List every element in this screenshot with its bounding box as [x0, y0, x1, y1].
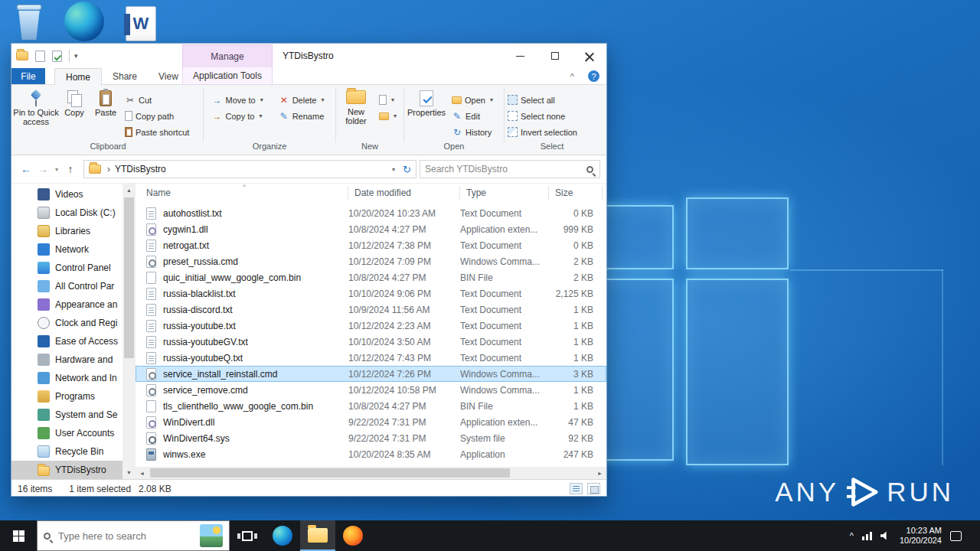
action-center-icon[interactable]: [950, 531, 962, 541]
taskbar-search-input[interactable]: [58, 530, 200, 542]
sidebar-item-libraries[interactable]: Libraries: [11, 222, 122, 240]
large-icons-view-button[interactable]: [587, 483, 600, 494]
sidebar-item-disk[interactable]: Local Disk (C:): [11, 204, 122, 222]
file-row[interactable]: quic_initial_www_google_com.bin10/8/2024…: [136, 269, 606, 285]
sidebar-item-network2[interactable]: Network and In: [11, 369, 122, 387]
sidebar-item-clock[interactable]: Clock and Regi: [11, 314, 122, 332]
sidebar-item-control[interactable]: Control Panel: [11, 259, 122, 277]
sidebar-item-users[interactable]: User Accounts: [11, 424, 122, 442]
qat-new-folder-icon[interactable]: [52, 51, 62, 62]
new-folder-button[interactable]: New folder: [336, 88, 376, 142]
history-button[interactable]: ↻ History: [449, 124, 499, 140]
copy-button[interactable]: Copy: [59, 88, 90, 142]
file-row[interactable]: autohostlist.txt10/20/2024 10:23 AMText …: [136, 205, 606, 221]
details-view-button[interactable]: [570, 483, 583, 494]
scroll-up-icon[interactable]: ▲: [122, 184, 136, 197]
network-icon[interactable]: [862, 531, 872, 540]
sidebar-item-programs[interactable]: Programs: [11, 387, 122, 406]
minimize-button[interactable]: [503, 44, 537, 68]
sidebar-item-appearance[interactable]: Appearance an: [11, 295, 122, 314]
horizontal-scrollbar[interactable]: ◄ ►: [136, 467, 606, 479]
sidebar-item-folder[interactable]: YTDisBystro: [11, 461, 122, 479]
file-row[interactable]: tls_clienthello_www_google_com.bin10/8/2…: [136, 398, 606, 414]
breadcrumb[interactable]: YTDisBystro: [115, 164, 392, 174]
sidebar-item-allcontrol[interactable]: All Control Par: [11, 277, 122, 295]
open-button[interactable]: Open ▾: [449, 92, 499, 108]
select-none-button[interactable]: Select none: [505, 108, 583, 124]
edit-button[interactable]: ✎ Edit: [449, 108, 499, 124]
new-item-button[interactable]: ▾: [376, 92, 403, 108]
paste-shortcut-button[interactable]: Paste shortcut: [122, 124, 195, 140]
back-button[interactable]: ←: [18, 163, 34, 175]
column-header-date-modified[interactable]: Date modified: [348, 186, 460, 200]
file-row[interactable]: netrogat.txt10/12/2024 7:38 PMText Docum…: [136, 237, 606, 253]
tab-file[interactable]: File: [11, 68, 45, 84]
recycle-bin-desktop-icon[interactable]: [15, 5, 43, 40]
file-row[interactable]: russia-youtube.txt10/12/2024 2:23 AMText…: [136, 318, 606, 334]
sidebar-item-system[interactable]: System and Se: [11, 406, 122, 424]
maximize-button[interactable]: [537, 44, 572, 68]
file-row[interactable]: russia-discord.txt10/9/2024 11:56 AMText…: [136, 302, 606, 318]
address-bar[interactable]: › YTDisBystro ▾ ↻: [83, 160, 416, 178]
taskbar-search[interactable]: [37, 520, 230, 551]
up-button[interactable]: ↑: [62, 163, 79, 175]
hidden-icons-chevron-icon[interactable]: ^: [850, 531, 854, 540]
sidebar-item-network[interactable]: Network: [11, 240, 122, 259]
search-box[interactable]: [420, 160, 600, 178]
file-row[interactable]: WinDivert.dll9/22/2024 7:31 PMApplicatio…: [136, 414, 606, 430]
scroll-left-icon[interactable]: ◄: [136, 467, 149, 479]
help-icon[interactable]: ?: [588, 70, 599, 82]
sidebar-item-hardware[interactable]: Hardware and: [11, 350, 122, 369]
scroll-down-icon[interactable]: ▼: [122, 466, 136, 479]
pin-to-quick-access-button[interactable]: Pin to Quick access: [13, 88, 59, 142]
start-button[interactable]: [0, 520, 37, 551]
easy-access-button[interactable]: ▾: [376, 108, 403, 124]
collapse-ribbon-icon[interactable]: ^: [570, 72, 574, 81]
taskbar-clock[interactable]: 10:23 AM 10/20/2024: [900, 526, 942, 546]
sidebar-item-videos[interactable]: Videos: [11, 185, 122, 204]
recent-locations-icon[interactable]: ▾: [51, 166, 62, 173]
delete-button[interactable]: ✕ Delete ▾: [276, 92, 331, 108]
qat-customize-icon[interactable]: ▾: [74, 52, 78, 60]
sidebar-item-access[interactable]: Ease of Access: [11, 332, 122, 350]
invert-selection-button[interactable]: Invert selection: [505, 124, 583, 140]
edge-taskbar-button[interactable]: [265, 520, 300, 551]
volume-icon[interactable]: [880, 531, 891, 540]
qat-properties-icon[interactable]: [35, 51, 45, 62]
task-view-button[interactable]: [230, 520, 265, 551]
file-row[interactable]: cygwin1.dll10/8/2024 4:27 PMApplication …: [136, 221, 606, 237]
file-row[interactable]: WinDivert64.sys9/22/2024 7:31 PMSystem f…: [136, 430, 606, 446]
file-row[interactable]: preset_russia.cmd10/12/2024 7:09 PMWindo…: [136, 253, 606, 269]
forward-button[interactable]: →: [34, 163, 51, 175]
sidebar-scrollbar[interactable]: ▲ ▼: [122, 184, 136, 479]
column-header-type[interactable]: Type: [460, 186, 549, 200]
word-document-desktop-icon[interactable]: W: [126, 6, 156, 41]
close-button[interactable]: [572, 44, 606, 68]
search-input[interactable]: [425, 164, 586, 174]
select-all-button[interactable]: Select all: [505, 92, 583, 108]
file-row[interactable]: service_remove.cmd10/12/2024 10:58 PMWin…: [136, 382, 606, 398]
edge-desktop-icon[interactable]: [64, 2, 104, 41]
column-header-name[interactable]: ^ Name: [146, 186, 348, 200]
tab-share[interactable]: Share: [102, 68, 148, 84]
copy-path-button[interactable]: Copy path: [122, 108, 195, 124]
file-row[interactable]: russia-youtubeGV.txt10/10/2024 3:50 AMTe…: [136, 334, 606, 350]
properties-button[interactable]: Properties: [404, 88, 449, 142]
cut-button[interactable]: ✂ Cut: [122, 92, 195, 108]
file-explorer-taskbar-button[interactable]: [300, 520, 335, 551]
scrollbar-thumb[interactable]: [124, 197, 134, 358]
copy-to-button[interactable]: → Copy to ▾: [209, 108, 270, 124]
scrollbar-thumb[interactable]: [150, 468, 510, 478]
refresh-icon[interactable]: ↻: [403, 164, 411, 175]
file-row[interactable]: russia-blacklist.txt10/10/2024 9:06 PMTe…: [136, 285, 606, 302]
tab-manage[interactable]: Manage: [182, 44, 273, 67]
file-row[interactable]: russia-youtubeQ.txt10/12/2024 7:43 PMTex…: [136, 350, 606, 366]
rename-button[interactable]: ✎ Rename: [276, 108, 331, 124]
file-row[interactable]: service_install_reinstall.cmd10/12/2024 …: [136, 366, 606, 382]
firefox-taskbar-button[interactable]: [335, 520, 371, 551]
move-to-button[interactable]: → Move to ▾: [209, 92, 270, 108]
sidebar-item-recycle[interactable]: Recycle Bin: [11, 442, 122, 461]
paste-button[interactable]: Paste: [90, 88, 122, 142]
news-weather-icon[interactable]: [200, 524, 223, 547]
scroll-right-icon[interactable]: ►: [593, 467, 606, 479]
